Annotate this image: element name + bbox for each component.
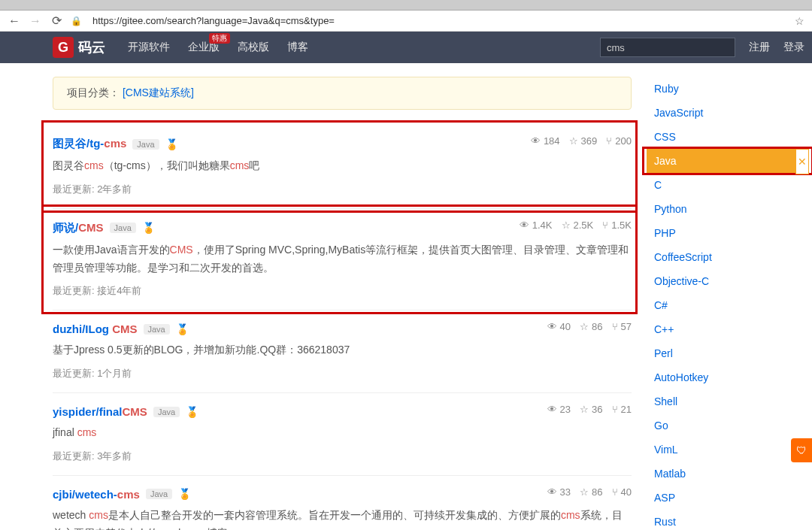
url-input[interactable]: [89, 14, 787, 28]
lang-tag: Java: [144, 324, 170, 335]
eye-stat: 👁 40: [547, 321, 571, 332]
result-description: jfinal cms: [53, 424, 632, 442]
language-filter-item[interactable]: Python: [647, 197, 797, 221]
language-filter-item[interactable]: VimL: [647, 438, 797, 462]
language-filter-item[interactable]: C++: [647, 317, 797, 341]
result-updated: 最近更新: 1个月前: [53, 367, 632, 380]
search-result: yispider/finalCMSJava🏅👁 23☆ 36⑂ 21jfinal…: [53, 393, 632, 476]
category-label: 项目分类：: [67, 86, 120, 98]
fork-stat: ⑂ 1.5K: [602, 220, 632, 231]
recommend-badge-icon: 🏅: [142, 222, 155, 234]
result-link[interactable]: cjbi/wetech-cms: [53, 488, 140, 501]
floating-help-icon[interactable]: 🛡: [791, 438, 812, 462]
result-description: 一款使用Java语言开发的CMS，使用了Spring MVC,Spring,My…: [53, 241, 632, 277]
result-description: 基于Jpress 0.5更新的BLOG，并增加新功能.QQ群：366218037: [53, 341, 632, 359]
language-filter-item[interactable]: ASP: [647, 486, 797, 510]
fork-stat: ⑂ 200: [606, 135, 632, 147]
promo-badge: 特惠: [209, 33, 230, 44]
logo[interactable]: G 码云: [53, 37, 105, 58]
eye-icon: 👁: [547, 404, 557, 415]
address-bar: ← → ⟳ 🔒 ☆: [0, 11, 812, 32]
bookmark-icon[interactable]: ☆: [795, 15, 804, 27]
eye-stat: 👁 184: [531, 135, 560, 147]
category-link[interactable]: [CMS建站系统]: [123, 86, 194, 98]
eye-stat: 👁 33: [547, 486, 571, 498]
star-stat: ☆ 369: [569, 135, 598, 147]
language-filter-item[interactable]: CoffeeScript: [647, 245, 797, 269]
logo-text: 码云: [78, 38, 105, 56]
result-updated: 最近更新: 接近4年前: [53, 284, 632, 298]
result-link[interactable]: yispider/finalCMS: [53, 405, 147, 418]
recommend-badge-icon: 🏅: [176, 323, 189, 335]
nav-link-university[interactable]: 高校版: [238, 41, 269, 54]
language-filter-item[interactable]: C#: [647, 293, 797, 317]
language-filter-item[interactable]: CSS: [647, 125, 797, 149]
logo-icon: G: [53, 37, 74, 58]
lang-tag: Java: [132, 139, 159, 150]
register-link[interactable]: 注册: [749, 41, 770, 54]
nav-link-opensource[interactable]: 开源软件: [128, 41, 170, 54]
language-sidebar: RubyJavaScriptCSSJavaCPythonPHPCoffeeScr…: [647, 77, 797, 530]
eye-icon: 👁: [547, 486, 557, 498]
star-icon: ☆: [580, 321, 589, 332]
back-button[interactable]: ←: [8, 14, 21, 28]
lang-tag: Java: [110, 223, 136, 233]
language-filter-item[interactable]: Shell: [647, 389, 797, 413]
language-filter-item[interactable]: Matlab: [647, 462, 797, 486]
star-stat: ☆ 86: [580, 486, 602, 498]
language-filter-item[interactable]: Objective-C: [647, 269, 797, 293]
eye-icon: 👁: [520, 220, 529, 231]
language-filter-item[interactable]: Ruby: [647, 77, 797, 101]
language-filter-item[interactable]: Go: [647, 413, 797, 438]
login-link[interactable]: 登录: [783, 41, 804, 54]
fork-icon: ⑂: [612, 321, 618, 332]
eye-icon: 👁: [547, 321, 557, 332]
result-title: cjbi/wetech-cmsJava🏅: [53, 488, 632, 501]
recommend-badge-icon: 🏅: [186, 406, 198, 418]
star-icon: ☆: [580, 404, 589, 415]
language-filter-item[interactable]: Java: [647, 149, 797, 173]
nav-link-enterprise[interactable]: 企业版 特惠: [188, 41, 220, 54]
result-description: 图灵谷cms（tg-cms），我们叫她糖果cms吧: [53, 157, 632, 175]
result-link[interactable]: 师说/CMS: [53, 221, 104, 235]
search-box[interactable]: [600, 38, 735, 57]
result-stats: 👁 33☆ 86⑂ 40: [547, 486, 632, 498]
lang-tag: Java: [146, 489, 172, 499]
result-updated: 最近更新: 3年多前: [53, 450, 632, 463]
star-stat: ☆ 2.5K: [562, 220, 594, 231]
fork-stat: ⑂ 40: [612, 486, 632, 498]
fork-icon: ⑂: [606, 135, 612, 147]
result-link[interactable]: 图灵谷/tg-cms: [53, 137, 126, 151]
star-icon: ☆: [569, 135, 578, 147]
browser-tab-strip: [0, 0, 812, 11]
language-filter-item[interactable]: C: [647, 173, 797, 197]
fork-stat: ⑂ 57: [612, 321, 632, 332]
language-filter-item[interactable]: Rust: [647, 510, 797, 530]
result-stats: 👁 23☆ 36⑂ 21: [547, 404, 632, 415]
result-stats: 👁 1.4K☆ 2.5K⑂ 1.5K: [520, 220, 632, 231]
language-filter-item[interactable]: PHP: [647, 221, 797, 245]
star-stat: ☆ 36: [580, 404, 602, 415]
category-filter-box: 项目分类： [CMS建站系统]: [53, 77, 632, 110]
fork-icon: ⑂: [612, 486, 618, 498]
search-result: duzhi/ILog CMSJava🏅👁 40☆ 86⑂ 57基于Jpress …: [53, 310, 632, 393]
language-filter-item[interactable]: AutoHotkey: [647, 365, 797, 389]
eye-stat: 👁 1.4K: [520, 220, 553, 231]
language-filter-item[interactable]: Perl: [647, 341, 797, 365]
highlight-box: [642, 147, 812, 175]
search-input[interactable]: [607, 42, 733, 53]
lock-icon: 🔒: [71, 16, 82, 26]
reload-button[interactable]: ⟳: [50, 14, 63, 28]
language-filter-item[interactable]: JavaScript: [647, 101, 797, 125]
result-description: wetech cms是本人自己整合开发的一套内容管理系统。旨在开发一个通用的、可…: [53, 507, 632, 530]
result-link[interactable]: duzhi/ILog CMS: [53, 323, 138, 335]
eye-stat: 👁 23: [547, 404, 571, 415]
star-icon: ☆: [562, 220, 571, 231]
search-result: cjbi/wetech-cmsJava🏅👁 33☆ 86⑂ 40wetech c…: [53, 476, 632, 530]
result-updated: 最近更新: 2年多前: [53, 183, 632, 196]
lang-tag: Java: [153, 407, 180, 417]
forward-button[interactable]: →: [29, 14, 42, 28]
nav-link-blog[interactable]: 博客: [287, 41, 308, 54]
search-result: 师说/CMSJava🏅👁 1.4K☆ 2.5K⑂ 1.5K一款使用Java语言开…: [53, 209, 632, 311]
result-title: duzhi/ILog CMSJava🏅: [53, 323, 632, 335]
